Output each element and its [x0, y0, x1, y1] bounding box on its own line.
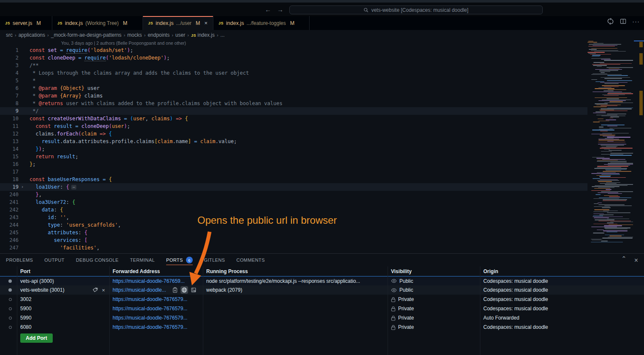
port-row-vets-api-3000-[interactable]: vets-api (3000)https://musical-doodle-76…	[0, 276, 644, 285]
line-number: 6	[0, 84, 19, 92]
ports-header-port: Port	[17, 268, 109, 274]
panel-tab-output[interactable]: OUTPUT	[44, 254, 65, 266]
minimap-line	[604, 149, 610, 149]
origin-label: Auto Forwarded	[480, 315, 644, 321]
minimap-line	[604, 60, 633, 60]
breadcrumb-item-6[interactable]: JS index.js	[191, 32, 215, 38]
open-changes-icon[interactable]	[607, 18, 614, 25]
panel-tab-ports[interactable]: PORTS6	[166, 254, 193, 266]
forwarded-address-link[interactable]: https://musical-doodle-7676579...	[113, 296, 187, 302]
minimap-line	[594, 206, 610, 207]
minimap-line	[587, 156, 633, 157]
column-separator	[480, 266, 480, 355]
minimap-line	[599, 214, 613, 215]
forwarded-address-link[interactable]: https://musical-doodle-7676579...	[113, 315, 187, 321]
minimap-line	[593, 178, 600, 179]
port-label: 6080	[20, 324, 32, 330]
running-process: webpack (2079)	[203, 287, 388, 293]
minimap-line	[598, 100, 626, 101]
public-eye-icon	[391, 288, 397, 293]
port-row-5900[interactable]: 5900https://musical-doodle-7676579...Pri…	[0, 304, 644, 313]
panel-tab-debug-console[interactable]: DEBUG CONSOLE	[76, 254, 119, 266]
tab-modified-badge: M	[196, 20, 200, 26]
breadcrumb-item-4[interactable]: endpoints	[148, 32, 170, 38]
breadcrumb-item-3[interactable]: mocks	[127, 32, 142, 38]
minimap-line	[593, 43, 603, 43]
minimap[interactable]	[587, 41, 633, 250]
minimap-line	[599, 127, 603, 127]
minimap-line	[607, 108, 633, 108]
editor-tab-server-js-0[interactable]: JSserver.jsM	[0, 16, 52, 30]
editor-tab-index-js-2[interactable]: JSindex.js.../userM×	[143, 16, 213, 30]
panel-tab-label: TERMINAL	[130, 257, 155, 263]
panel-tab-gitlens[interactable]: GITLENS	[204, 254, 225, 266]
breadcrumb-item-5[interactable]: user	[175, 32, 185, 38]
command-center-search[interactable]: vets-website [Codespaces: musical doodle…	[289, 5, 543, 14]
minimap-line	[607, 141, 613, 141]
port-label: vets-api (3000)	[20, 278, 54, 284]
origin-label: Codespaces: musical doodle	[480, 306, 644, 312]
minimap-line	[607, 219, 629, 219]
minimap-line	[609, 118, 613, 118]
port-label: 5990	[20, 315, 32, 321]
port-label-icon[interactable]	[92, 287, 98, 293]
minimap-line	[604, 78, 622, 79]
port-status-hollow-icon	[9, 307, 12, 310]
port-row-5990[interactable]: 5990https://musical-doodle-7676579...Pri…	[0, 313, 644, 322]
port-row-vets-website-3001-[interactable]: vets-website (3001)×https://musical-dood…	[0, 285, 644, 295]
forwarded-address-link[interactable]: https://musical-doodle-767659...	[113, 278, 185, 284]
editor-tab-index-js-1[interactable]: JSindex.js(Working Tree)M	[52, 16, 143, 30]
stop-forward-icon[interactable]: ×	[102, 287, 105, 293]
panel-tab-comments[interactable]: COMMENTS	[237, 254, 265, 266]
minimap-line	[598, 87, 612, 88]
panel-tab-label: DEBUG CONSOLE	[76, 257, 119, 263]
ports-table-header: PortForwarded AddressRunning ProcessVisi…	[0, 266, 644, 276]
nav-forward-icon[interactable]: →	[277, 6, 283, 13]
minimap-line	[601, 241, 608, 241]
tab-filename: index.js	[156, 20, 173, 26]
codelens-authors[interactable]: You, 3 days ago | 2 authors (Belle Poopo…	[0, 40, 644, 46]
editor-tab-index-js-3[interactable]: JSindex.js.../feature-togglesM	[213, 16, 310, 30]
add-port-button[interactable]: Add Port	[20, 333, 53, 343]
code-line-9: 9 */	[0, 107, 587, 115]
breadcrumb-separator: ›	[47, 33, 49, 38]
port-row-3002[interactable]: 3002https://musical-doodle-7676579...Pri…	[0, 295, 644, 304]
copy-address-icon[interactable]	[172, 287, 178, 293]
minimap-line	[606, 146, 617, 146]
nav-back-icon[interactable]: ←	[265, 6, 271, 13]
forwarded-address-link[interactable]: https://musical-doodle...	[113, 287, 166, 293]
breadcrumb-item-7[interactable]: ...	[221, 32, 225, 38]
line-number: 11	[0, 122, 19, 130]
minimap-line	[607, 137, 631, 137]
preview-in-editor-icon[interactable]	[191, 287, 197, 293]
panel-close-icon[interactable]: ×	[634, 257, 638, 264]
minimap-line	[587, 132, 633, 132]
minimap-line	[606, 67, 633, 68]
javascript-file-icon: JS	[148, 21, 153, 25]
port-row-6080[interactable]: 6080https://musical-doodle-7676579...Pri…	[0, 322, 644, 332]
minimap-line	[591, 58, 610, 59]
breadcrumb-item-2[interactable]: _mock-form-ae-design-patterns	[51, 32, 121, 38]
tab-close-icon[interactable]: ×	[205, 20, 208, 26]
minimap-line	[593, 113, 606, 113]
fold-chevron-icon[interactable]: ›	[19, 183, 26, 191]
panel-maximize-icon[interactable]: ⌃	[621, 257, 627, 264]
minimap-line	[597, 172, 616, 173]
visibility-label: Private	[398, 324, 414, 330]
panel-tab-terminal[interactable]: TERMINAL	[130, 254, 155, 266]
panel-tab-problems[interactable]: PROBLEMS	[6, 254, 33, 266]
minimap-line	[591, 134, 612, 134]
minimap-line	[587, 123, 633, 123]
open-in-browser-globe-icon[interactable]	[181, 287, 187, 293]
forwarded-address-link[interactable]: https://musical-doodle-7676579...	[113, 324, 187, 330]
minimap-line	[600, 111, 628, 111]
breadcrumb-item-1[interactable]: applications	[19, 32, 45, 38]
forwarded-address-link[interactable]: https://musical-doodle-7676579...	[113, 306, 187, 312]
minimap-line	[593, 106, 607, 107]
breadcrumb-item-0[interactable]: src	[6, 32, 13, 38]
split-editor-icon[interactable]	[620, 18, 626, 24]
tab-description: (Working Tree)	[85, 20, 119, 26]
minimap-line	[595, 81, 604, 82]
minimap-line	[593, 92, 622, 92]
more-actions-icon[interactable]: ···	[632, 18, 640, 25]
